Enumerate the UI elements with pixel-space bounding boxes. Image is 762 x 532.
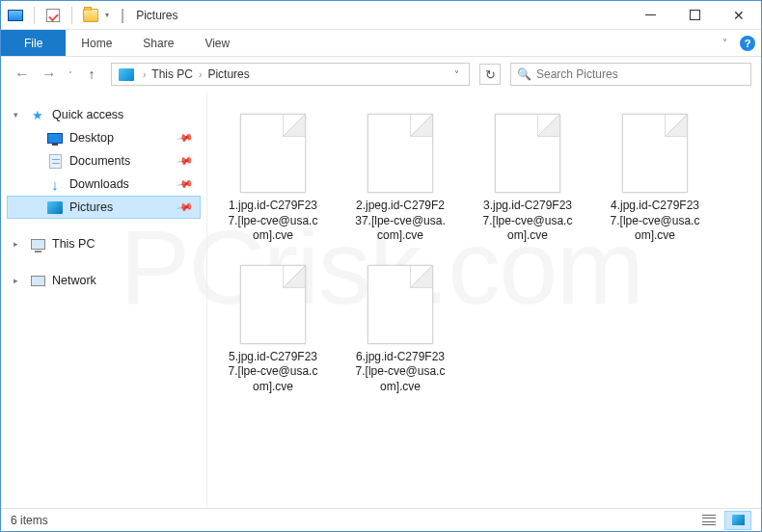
file-name-label: 1.jpg.id-C279F237.[lpe-cve@usa.com].cve	[226, 199, 320, 244]
file-item[interactable]: 3.jpg.id-C279F237.[lpe-cve@usa.com].cve	[476, 109, 580, 249]
file-thumb-icon	[622, 114, 688, 193]
chevron-down-icon[interactable]: ▾	[14, 110, 18, 120]
qat-properties-button[interactable]	[44, 7, 62, 24]
chevron-right-icon[interactable]: ›	[195, 69, 205, 80]
sidebar-item-label: Pictures	[69, 200, 113, 214]
title-separator: |	[121, 7, 124, 24]
file-thumb-icon	[367, 265, 433, 344]
help-button[interactable]: ?	[734, 30, 761, 56]
qat-divider	[71, 7, 72, 24]
sidebar-item-label: Network	[52, 274, 96, 287]
file-name-label: 4.jpg.id-C279F237.[lpe-cve@usa.com].cve	[608, 199, 702, 244]
navigation-row: ← → ˅ ↑ › This PC › Pictures ˅ ↻ 🔍	[1, 57, 761, 92]
file-item[interactable]: 2.jpeg.id-C279F237.[lpe-cve@usa.com].cve	[348, 109, 452, 249]
file-thumb-icon	[495, 114, 560, 193]
breadcrumb-root[interactable]: This PC	[150, 67, 195, 81]
nav-history-dropdown[interactable]: ˅	[65, 70, 76, 79]
file-item[interactable]: 5.jpg.id-C279F237.[lpe-cve@usa.com].cve	[221, 260, 325, 400]
nav-forward-button[interactable]: →	[38, 63, 61, 86]
sidebar-item-documents[interactable]: Documents 📌	[7, 149, 201, 173]
minimize-button[interactable]	[628, 1, 672, 30]
ribbon-file-tab[interactable]: File	[1, 30, 66, 56]
large-icons-icon	[732, 515, 745, 525]
ribbon-expand-button[interactable]: ˅	[715, 30, 734, 56]
sidebar-this-pc[interactable]: ▸ This PC	[7, 232, 201, 255]
downloads-icon: ↓	[46, 176, 64, 192]
network-icon	[29, 273, 46, 288]
qat-divider	[34, 7, 35, 24]
sidebar-item-label: Downloads	[69, 177, 129, 191]
pc-icon	[29, 236, 46, 252]
details-icon	[702, 515, 716, 526]
view-details-button[interactable]	[695, 511, 722, 530]
sidebar-item-pictures[interactable]: Pictures 📌	[7, 196, 201, 219]
file-item[interactable]: 1.jpg.id-C279F237.[lpe-cve@usa.com].cve	[221, 109, 325, 249]
file-item[interactable]: 4.jpg.id-C279F237.[lpe-cve@usa.com].cve	[603, 109, 707, 249]
view-large-icons-button[interactable]	[724, 511, 751, 530]
search-icon: 🔍	[517, 67, 531, 81]
file-list-pane[interactable]: 1.jpg.id-C279F237.[lpe-cve@usa.com].cve2…	[207, 92, 761, 508]
documents-icon	[46, 153, 64, 169]
maximize-button[interactable]	[672, 1, 717, 30]
star-icon: ★	[29, 107, 46, 122]
file-name-label: 3.jpg.id-C279F237.[lpe-cve@usa.com].cve	[480, 199, 575, 244]
status-bar: 6 items	[1, 508, 761, 531]
sidebar-item-label: Documents	[69, 154, 130, 168]
search-input[interactable]	[536, 67, 745, 81]
sidebar-item-downloads[interactable]: ↓ Downloads 📌	[7, 173, 201, 196]
qat-dropdown[interactable]: ▾	[105, 11, 109, 19]
chevron-right-icon[interactable]: ›	[139, 69, 150, 80]
location-icon	[118, 66, 135, 83]
chevron-right-icon[interactable]: ▸	[14, 276, 18, 285]
file-name-label: 6.jpg.id-C279F237.[lpe-cve@usa.com].cve	[353, 350, 448, 395]
file-item[interactable]: 6.jpg.id-C279F237.[lpe-cve@usa.com].cve	[348, 260, 452, 400]
address-bar[interactable]: › This PC › Pictures ˅	[111, 63, 470, 86]
help-icon: ?	[740, 36, 755, 51]
search-box[interactable]: 🔍	[510, 63, 751, 86]
sidebar-item-label: This PC	[52, 237, 95, 251]
sidebar-item-label: Quick access	[52, 108, 123, 121]
navigation-pane: ▾ ★ Quick access Desktop 📌 Documents 📌 ↓	[1, 92, 207, 508]
nav-up-button[interactable]: ↑	[80, 63, 103, 86]
status-count: 6 items	[11, 514, 48, 527]
pictures-icon	[46, 200, 64, 215]
file-name-label: 5.jpg.id-C279F237.[lpe-cve@usa.com].cve	[226, 350, 320, 395]
sidebar-item-label: Desktop	[69, 131, 114, 145]
ribbon-tab-view[interactable]: View	[189, 30, 245, 56]
refresh-button[interactable]: ↻	[479, 64, 501, 85]
sidebar-item-desktop[interactable]: Desktop 📌	[7, 126, 201, 149]
file-thumb-icon	[240, 265, 306, 344]
pin-icon: 📌	[177, 199, 195, 217]
desktop-icon	[46, 130, 64, 146]
file-name-label: 2.jpeg.id-C279F237.[lpe-cve@usa.com].cve	[353, 199, 448, 244]
ribbon: File Home Share View ˅ ?	[1, 30, 761, 57]
sidebar-network[interactable]: ▸ Network	[7, 269, 201, 292]
pin-icon: 📌	[177, 152, 195, 171]
sidebar-quick-access[interactable]: ▾ ★ Quick access	[7, 103, 201, 126]
address-dropdown[interactable]: ˅	[446, 69, 467, 80]
breadcrumb-current[interactable]: Pictures	[205, 67, 251, 81]
close-button[interactable]: ✕	[717, 1, 761, 30]
ribbon-tab-share[interactable]: Share	[127, 30, 189, 56]
titlebar: ▾ | Pictures ✕	[1, 1, 761, 30]
file-thumb-icon	[240, 114, 306, 193]
file-thumb-icon	[367, 114, 433, 193]
pin-icon: 📌	[177, 175, 195, 194]
window-title: Pictures	[136, 9, 177, 22]
ribbon-tab-home[interactable]: Home	[66, 30, 127, 56]
nav-back-button[interactable]: ←	[11, 63, 34, 86]
chevron-right-icon[interactable]: ▸	[14, 239, 18, 249]
pin-icon: 📌	[177, 129, 195, 147]
qat-folder-button[interactable]	[82, 7, 99, 24]
explorer-icon	[7, 7, 24, 24]
